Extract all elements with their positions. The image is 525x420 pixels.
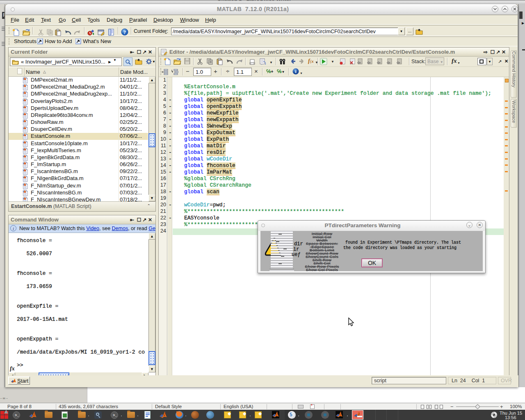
svg-text:?: ? <box>123 30 126 35</box>
svg-text:i: i <box>295 69 296 74</box>
